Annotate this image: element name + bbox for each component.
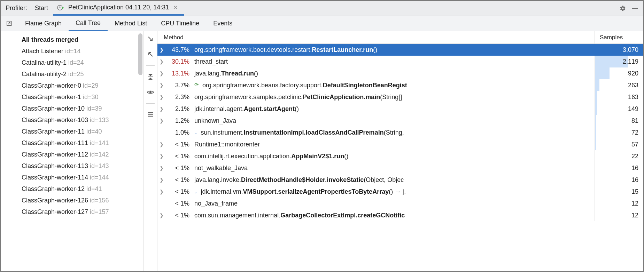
call-tree-row[interactable]: ❯< 1%java.lang.invoke.DirectMethodHandle…	[157, 174, 643, 186]
method-cell: jdk.internal.agent.Agent.startAgent()	[193, 105, 595, 113]
tab-cpu-timeline[interactable]: CPU Timeline	[154, 16, 206, 31]
expand-caret-icon[interactable]: ❯	[157, 153, 166, 159]
call-tree-row[interactable]: ❯2.3%org.springframework.samples.petclin…	[157, 91, 643, 103]
expand-caret-icon[interactable]: ❯	[157, 59, 166, 64]
svg-marker-8	[148, 78, 153, 80]
thread-id: id=157	[90, 208, 109, 215]
samples-cell: 920	[595, 67, 643, 79]
thread-row[interactable]: ClassGraph-worker-10 id=39	[22, 103, 143, 114]
call-tree-row[interactable]: ❯3.7%⟳org.springframework.beans.factory.…	[157, 79, 643, 91]
thread-row[interactable]: Catalina-utility-2 id=25	[22, 69, 143, 80]
percentage: < 1%	[166, 212, 193, 219]
method-cell: ↓sun.instrument.InstrumentationImpl.load…	[193, 129, 595, 136]
method-cell: com.sun.management.internal.GarbageColle…	[193, 212, 595, 219]
threads-header[interactable]: All threads merged	[22, 34, 143, 46]
call-tree-row[interactable]: ❯< 1%not_walkable_Java16	[157, 162, 643, 174]
samples-value: 15	[595, 188, 643, 195]
call-tree-row[interactable]: ❯< 1%com.sun.management.internal.Garbage…	[157, 209, 643, 221]
thread-row[interactable]: Attach Listener id=14	[22, 46, 143, 57]
thread-name: ClassGraph-worker-11	[22, 128, 86, 135]
expand-caret-icon[interactable]: ❯	[157, 177, 166, 183]
expand-caret-icon[interactable]: ❯	[157, 94, 166, 100]
call-tree-row[interactable]: < 1%no_Java_frame12	[157, 198, 643, 209]
method-cell: no_Java_frame	[193, 200, 595, 207]
samples-value: 2,119	[595, 58, 643, 65]
expand-caret-icon[interactable]: ❯	[157, 213, 166, 218]
call-tree-row[interactable]: 1.0%↓sun.instrument.InstrumentationImpl.…	[157, 127, 643, 138]
call-tree-row[interactable]: ❯1.2%unknown_Java81	[157, 115, 643, 127]
thread-row[interactable]: ClassGraph-worker-114 id=144	[22, 172, 143, 183]
method-cell: ↓jdk.internal.vm.VMSupport.serializeAgen…	[193, 188, 595, 195]
expand-caret-icon[interactable]: ❯	[157, 142, 166, 147]
gutter	[1, 31, 18, 271]
column-method[interactable]: Method	[157, 34, 595, 41]
samples-value: 16	[595, 176, 643, 184]
tab-method-list[interactable]: Method List	[108, 16, 154, 31]
samples-value: 81	[595, 117, 643, 125]
samples-value: 263	[595, 82, 643, 89]
samples-value: 149	[595, 105, 643, 113]
column-samples[interactable]: Samples	[595, 31, 643, 43]
thread-id: id=29	[83, 82, 99, 89]
thread-row[interactable]: ClassGraph-worker-11 id=40	[22, 126, 143, 137]
expand-caret-icon[interactable]: ❯	[157, 118, 166, 123]
tab-events[interactable]: Events	[206, 16, 239, 31]
thread-row[interactable]: ClassGraph-worker-103 id=133	[22, 114, 143, 126]
svg-marker-3	[62, 7, 64, 9]
thread-id: id=24	[68, 59, 84, 66]
close-icon[interactable]: ✕	[173, 4, 178, 11]
method-cell: thread_start	[193, 58, 595, 65]
expand-caret-icon[interactable]: ❯	[157, 71, 166, 76]
samples-cell: 15	[595, 186, 643, 198]
minimize-icon[interactable]	[632, 5, 638, 11]
arrow-up-left-icon[interactable]	[146, 50, 155, 58]
thread-row[interactable]: ClassGraph-worker-127 id=157	[22, 206, 143, 218]
expand-icon[interactable]	[1, 16, 18, 31]
collapse-icon[interactable]	[146, 73, 155, 81]
thread-row[interactable]: ClassGraph-worker-112 id=142	[22, 149, 143, 160]
visibility-icon[interactable]	[146, 88, 155, 96]
percentage: 2.1%	[166, 105, 193, 113]
call-tree-row[interactable]: ❯13.1%java.lang.Thread.run()920	[157, 67, 643, 79]
thread-name: ClassGraph-worker-12	[22, 185, 86, 192]
thread-row[interactable]: ClassGraph-worker-126 id=156	[22, 195, 143, 206]
samples-cell: 12	[595, 209, 643, 221]
tab-flame-graph[interactable]: Flame Graph	[18, 16, 69, 31]
method-cell: java.lang.Thread.run()	[193, 70, 595, 77]
session-tab[interactable]: PetClinicApplication 04.11.20, 14:31 ✕	[53, 1, 184, 16]
thread-row[interactable]: ClassGraph-worker-12 id=41	[22, 183, 143, 195]
scrollbar[interactable]	[138, 33, 142, 75]
percentage: 43.7%	[166, 46, 193, 54]
arrow-down-right-icon[interactable]	[146, 35, 155, 43]
svg-marker-6	[148, 74, 153, 76]
settings-icon[interactable]	[620, 5, 626, 11]
call-tree-row[interactable]: ❯< 1%com.intellij.rt.execution.applicati…	[157, 150, 643, 162]
call-tree-row[interactable]: ❯2.1%jdk.internal.agent.Agent.startAgent…	[157, 103, 643, 115]
percentage: 2.3%	[166, 94, 193, 101]
start-button[interactable]: Start	[30, 1, 53, 16]
call-tree-row[interactable]: ❯< 1%↓jdk.internal.vm.VMSupport.serializ…	[157, 186, 643, 198]
thread-row[interactable]: ClassGraph-worker-113 id=143	[22, 160, 143, 172]
expand-caret-icon[interactable]: ❯	[157, 47, 166, 53]
expand-caret-icon[interactable]: ❯	[157, 165, 166, 171]
tab-call-tree[interactable]: Call Tree	[69, 16, 108, 31]
method-text: org.springframework.samples.petclinic.Pe…	[194, 94, 402, 101]
call-tree-row[interactable]: ❯43.7%org.springframework.boot.devtools.…	[157, 44, 643, 56]
profiler-toolbar: Profiler: Start PetClinicApplication 04.…	[1, 1, 643, 16]
call-tree-row[interactable]: ❯< 1%Runtime1::monitorenter57	[157, 138, 643, 150]
thread-row[interactable]: ClassGraph-worker-1 id=30	[22, 91, 143, 103]
list-icon[interactable]	[146, 111, 155, 119]
samples-cell: 22	[595, 150, 643, 162]
method-cell: ⟳org.springframework.beans.factory.suppo…	[193, 82, 595, 89]
thread-row[interactable]: Catalina-utility-1 id=24	[22, 57, 143, 69]
thread-row[interactable]: ClassGraph-worker-0 id=29	[22, 80, 143, 91]
thread-id: id=142	[90, 151, 109, 158]
thread-name: ClassGraph-worker-111	[22, 139, 90, 146]
percentage: < 1%	[166, 141, 193, 148]
call-tree-row[interactable]: ❯30.1%thread_start2,119	[157, 56, 643, 67]
expand-caret-icon[interactable]: ❯	[157, 106, 166, 112]
thread-row[interactable]: ClassGraph-worker-111 id=141	[22, 137, 143, 149]
expand-caret-icon[interactable]: ❯	[157, 189, 166, 194]
expand-caret-icon[interactable]: ❯	[157, 82, 166, 88]
method-text: not_walkable_Java	[194, 165, 248, 172]
